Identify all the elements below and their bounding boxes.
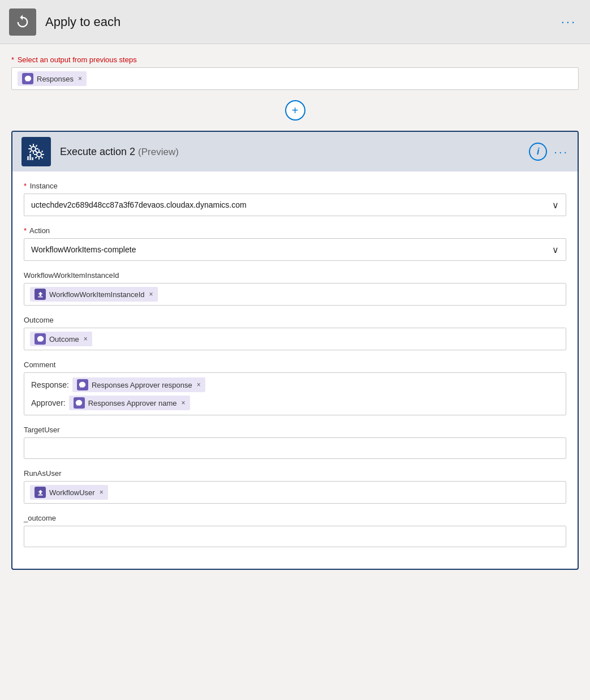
plus-icon: + (292, 105, 299, 116)
content-area: * Select an output from previous steps R… (0, 44, 590, 570)
outcome2-input[interactable] (24, 526, 566, 547)
run-as-user-label: RunAsUser (24, 469, 566, 478)
outcome2-label: _outcome (24, 514, 566, 522)
comment-response-prefix: Response: (31, 380, 69, 389)
responses-approver-name-token-label: Responses Approver name (88, 399, 177, 407)
responses-approver-name-token-remove[interactable]: × (182, 399, 186, 407)
main-container: Apply to each ··· * Select an output fro… (0, 0, 590, 570)
header-title: Apply to each (45, 15, 557, 29)
add-action-button[interactable]: + (285, 100, 305, 121)
outcome-field: Outcome Outcome × (24, 316, 566, 350)
action-field: * Action WorkflowWorkItems-complete ∨ (24, 226, 566, 261)
action-card-body: * Instance uctechdev2c689d48cc87a3f67dev… (12, 171, 578, 569)
action-value: WorkflowWorkItems-complete (31, 245, 136, 254)
plus-row: + (11, 100, 579, 121)
workflow-instance-id-field: WorkflowWorkItemInstanceId WorkflowWorkI… (24, 271, 566, 306)
action-card-title: Execute action 2 (Preview) (60, 146, 529, 158)
outcome-token-label: Outcome (49, 335, 79, 343)
outcome2-field: _outcome (24, 514, 566, 547)
workflow-instance-id-token-label: WorkflowWorkItemInstanceId (49, 290, 145, 299)
responses-approver-name-token-icon (74, 397, 85, 409)
responses-token-remove[interactable]: × (78, 75, 82, 83)
action-card-info-button[interactable]: i (529, 143, 547, 161)
loop-icon (9, 8, 36, 36)
action-chevron-icon: ∨ (552, 244, 559, 255)
instance-select[interactable]: uctechdev2c689d48cc87a3f67devaos.cloudax… (24, 194, 566, 216)
responses-approver-response-token: Responses Approver response × (72, 377, 205, 392)
run-as-user-field: RunAsUser WorkflowUser × (24, 469, 566, 504)
comment-response-line: Response: Responses Approver response × (31, 377, 559, 392)
target-user-label: TargetUser (24, 426, 566, 434)
workflow-instance-id-token-icon (35, 289, 46, 300)
workflow-user-token-label: WorkflowUser (49, 488, 95, 497)
instance-field: * Instance uctechdev2c689d48cc87a3f67dev… (24, 182, 566, 216)
svg-point-0 (31, 147, 36, 151)
responses-token: Responses × (18, 71, 87, 86)
run-as-user-input[interactable]: WorkflowUser × (24, 481, 566, 504)
outcome-token: Outcome × (30, 332, 92, 346)
workflow-instance-id-token: WorkflowWorkItemInstanceId × (30, 287, 158, 302)
workflow-user-token: WorkflowUser × (30, 485, 108, 500)
outcome-token-icon (35, 333, 46, 345)
target-user-input[interactable] (24, 437, 566, 459)
execute-action-card: Execute action 2 (Preview) i ··· * Insta… (11, 131, 579, 570)
action-label: * Action (24, 226, 566, 235)
responses-approver-response-token-label: Responses Approver response (92, 381, 192, 389)
action-card-more-button[interactable]: ··· (554, 145, 569, 158)
svg-rect-4 (32, 157, 33, 160)
workflow-user-token-remove[interactable]: × (100, 488, 104, 496)
workflow-instance-id-label: WorkflowWorkItemInstanceId (24, 271, 566, 280)
workflow-instance-id-input[interactable]: WorkflowWorkItemInstanceId × (24, 283, 566, 306)
action-required-star: * (24, 226, 27, 235)
outcome-input[interactable]: Outcome × (24, 328, 566, 350)
instance-required-star: * (24, 182, 27, 190)
svg-rect-2 (27, 156, 29, 160)
header-more-button[interactable]: ··· (557, 12, 581, 32)
instance-value: uctechdev2c689d48cc87a3f67devaos.cloudax… (31, 200, 247, 209)
target-user-field: TargetUser (24, 426, 566, 459)
comment-field: Comment Response: (24, 360, 566, 415)
header-bar: Apply to each ··· (0, 0, 590, 44)
workflow-instance-id-token-remove[interactable]: × (149, 290, 153, 298)
responses-approver-response-token-remove[interactable]: × (197, 381, 201, 389)
execute-action-icon (21, 137, 51, 166)
workflow-user-token-icon (35, 487, 46, 498)
instance-chevron-icon: ∨ (552, 200, 559, 211)
outcome-label: Outcome (24, 316, 566, 324)
select-output-field: * Select an output from previous steps R… (11, 55, 579, 90)
svg-point-1 (37, 152, 41, 157)
comment-input[interactable]: Response: Responses Approver response × (24, 372, 566, 415)
instance-label: * Instance (24, 182, 566, 190)
action-card-header: Execute action 2 (Preview) i ··· (12, 132, 578, 171)
action-select[interactable]: WorkflowWorkItems-complete ∨ (24, 238, 566, 261)
responses-approver-response-token-icon (77, 379, 88, 390)
comment-label: Comment (24, 360, 566, 369)
outcome-token-remove[interactable]: × (84, 335, 88, 343)
preview-badge: (Preview) (138, 147, 179, 157)
comment-approver-line: Approver: Responses Approver name × (31, 396, 559, 410)
required-star: * (11, 55, 14, 64)
responses-token-label: Responses (37, 75, 74, 83)
comment-approver-prefix: Approver: (31, 398, 66, 407)
select-output-label: * Select an output from previous steps (11, 55, 579, 64)
responses-token-icon (22, 73, 33, 84)
responses-approver-name-token: Responses Approver name × (69, 396, 190, 410)
svg-rect-3 (29, 154, 31, 160)
select-output-input[interactable]: Responses × (11, 67, 579, 90)
